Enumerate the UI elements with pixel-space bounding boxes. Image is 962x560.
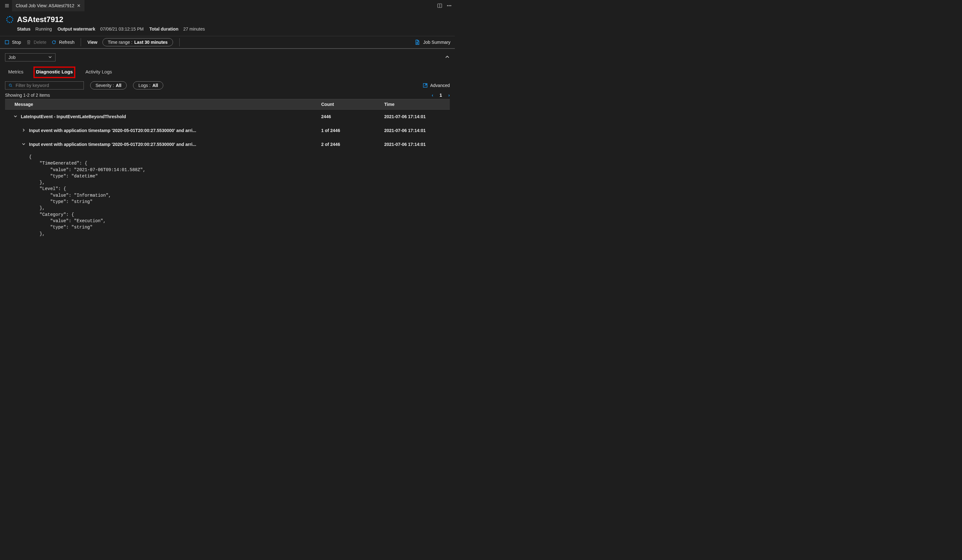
table-row[interactable]: Input event with application timestamp '… [5, 137, 450, 151]
more-icon[interactable] [447, 3, 452, 8]
th-time[interactable]: Time [381, 99, 450, 109]
cell-time: 2021-07-06 17:14:01 [381, 111, 450, 122]
logs-table: Message Count Time LateInputEvent - Inpu… [5, 99, 450, 237]
delete-button-label: Delete [34, 40, 46, 45]
severity-value: All [116, 83, 121, 88]
stop-button-label: Stop [12, 40, 21, 45]
editor-tab[interactable]: Cloud Job View: ASAtest7912 ✕ [12, 0, 84, 11]
search-input[interactable] [16, 83, 81, 88]
delete-button[interactable]: Delete [26, 40, 46, 45]
refresh-icon [52, 40, 56, 45]
status-label: Status [17, 26, 31, 32]
watermark-group: Output watermark 07/06/21 03:12:15 PM [58, 26, 144, 32]
document-icon [415, 39, 420, 45]
refresh-button[interactable]: Refresh [52, 40, 74, 45]
scope-dropdown-value: Job [8, 55, 16, 60]
view-label: View [87, 40, 97, 45]
tab-metrics[interactable]: Metrics [6, 67, 25, 77]
stop-icon [5, 40, 10, 45]
current-page: 1 [440, 93, 442, 98]
cell-count: 2446 [317, 111, 381, 122]
cell-message: Input event with application timestamp '… [5, 139, 317, 149]
time-range-pill[interactable]: Time range : Last 30 minutes [102, 38, 173, 46]
content-area: Severity : All Logs : All Advanced Showi… [0, 77, 455, 237]
svg-point-3 [450, 5, 451, 6]
scope-dropdown[interactable]: Job [5, 53, 55, 61]
job-summary-label: Job Summary [423, 40, 450, 45]
subbar: Job [0, 49, 455, 61]
cell-count: 2 of 2446 [317, 139, 381, 149]
message-text: Input event with application timestamp '… [29, 128, 196, 133]
log-json-detail: { "TimeGenerated": { "value": "2021-07-0… [5, 151, 450, 237]
logs-value: All [152, 83, 158, 88]
close-icon[interactable]: ✕ [77, 3, 81, 8]
editor-tabbar: Cloud Job View: ASAtest7912 ✕ [0, 0, 455, 11]
watermark-value: 07/06/21 03:12:15 PM [100, 26, 144, 32]
th-message[interactable]: Message [5, 99, 317, 109]
table-row[interactable]: Input event with application timestamp '… [5, 124, 450, 137]
th-count[interactable]: Count [317, 99, 381, 109]
cell-message: LateInputEvent - InputEventLateBeyondThr… [5, 111, 317, 122]
tabbar-left: Cloud Job View: ASAtest7912 ✕ [2, 0, 84, 11]
refresh-button-label: Refresh [59, 40, 74, 45]
stop-button[interactable]: Stop [5, 40, 21, 45]
cell-message: Input event with application timestamp '… [5, 126, 317, 136]
chevron-down-icon [48, 55, 52, 60]
toolbar-divider [81, 38, 81, 46]
tab-diagnostic-logs[interactable]: Diagnostic Logs [34, 67, 75, 77]
title-row: ASAtest7912 [6, 15, 449, 24]
message-text: LateInputEvent - InputEventLateBeyondThr… [21, 114, 126, 119]
svg-point-1 [447, 5, 448, 6]
view-label-text: View [87, 40, 97, 45]
duration-group: Total duration 27 minutes [149, 26, 205, 32]
chevron-down-icon[interactable] [13, 114, 18, 119]
header: ASAtest7912 Status Running Output waterm… [0, 11, 455, 36]
chevron-down-icon[interactable] [21, 142, 26, 147]
logs-filter-pill[interactable]: Logs : All [133, 81, 163, 89]
status-value: Running [35, 26, 52, 32]
time-range-value: Last 30 minutes [134, 40, 168, 45]
tab-title: Cloud Job View: ASAtest7912 [16, 3, 74, 8]
paging-row: Showing 1-2 of 2 items ‹ 1 › [5, 93, 450, 98]
status-row: Status Running Output watermark 07/06/21… [6, 26, 449, 32]
split-editor-icon[interactable] [437, 3, 442, 8]
pager: ‹ 1 › [432, 93, 450, 98]
toolbar-divider-2 [179, 38, 180, 46]
duration-value: 27 minutes [184, 26, 205, 32]
status-group: Status Running [17, 26, 52, 32]
tab-activity-logs[interactable]: Activity Logs [84, 67, 114, 77]
prev-page-button[interactable]: ‹ [432, 93, 433, 98]
search-box[interactable] [5, 81, 84, 89]
showing-text: Showing 1-2 of 2 items [5, 93, 50, 98]
menu-icon[interactable] [2, 3, 12, 8]
table-row[interactable]: LateInputEvent - InputEventLateBeyondThr… [5, 110, 450, 124]
job-summary-button[interactable]: Job Summary [415, 39, 450, 45]
watermark-label: Output watermark [58, 26, 95, 32]
tabbar-right [437, 3, 453, 8]
chevron-right-icon[interactable] [21, 128, 26, 133]
next-page-button[interactable]: › [448, 93, 450, 98]
severity-label: Severity : [95, 83, 114, 88]
toolbar-left: Stop Delete Refresh View Time range : La… [5, 38, 181, 46]
trash-icon [26, 40, 31, 45]
svg-point-5 [9, 84, 11, 86]
cell-count: 1 of 2446 [317, 126, 381, 136]
search-icon [8, 83, 13, 88]
message-text: Input event with application timestamp '… [29, 142, 196, 147]
log-tabs: Metrics Diagnostic Logs Activity Logs [0, 61, 455, 77]
logs-label: Logs : [138, 83, 150, 88]
table-header: Message Count Time [5, 99, 450, 110]
duration-label: Total duration [149, 26, 178, 32]
cell-time: 2021-07-06 17:14:01 [381, 126, 450, 136]
collapse-panel-button[interactable] [445, 55, 450, 61]
filter-row: Severity : All Logs : All Advanced [5, 81, 450, 89]
svg-rect-4 [5, 40, 9, 44]
page-title: ASAtest7912 [17, 15, 63, 24]
svg-point-2 [449, 5, 450, 6]
advanced-link[interactable]: Advanced [423, 83, 450, 88]
toolbar: Stop Delete Refresh View Time range : La… [0, 36, 455, 49]
severity-filter-pill[interactable]: Severity : All [90, 81, 127, 89]
chevron-up-icon [445, 55, 450, 60]
running-icon [6, 16, 13, 23]
table-body: LateInputEvent - InputEventLateBeyondThr… [5, 110, 450, 151]
